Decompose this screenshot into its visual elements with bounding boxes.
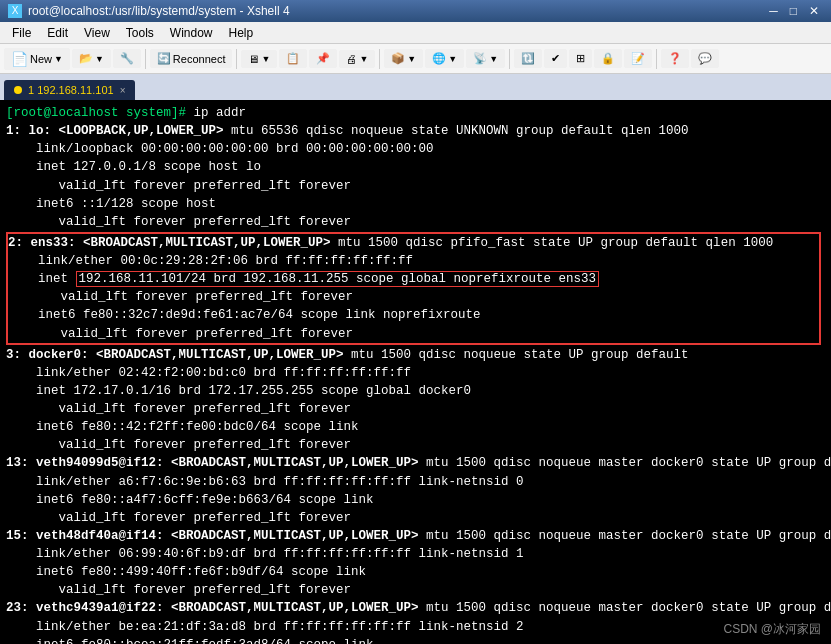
menu-file[interactable]: File <box>4 24 39 42</box>
veth3-line-1: 23: vethc9439a1@if22: <BROADCAST,MULTICA… <box>6 599 825 617</box>
veth2-line-3: inet6 fe80::499:40ff:fe6f:b9df/64 scope … <box>6 563 825 581</box>
print-dropdown-icon[interactable]: ▼ <box>359 54 368 64</box>
watermark: CSDN @冰河家园 <box>723 621 821 638</box>
window-title: root@localhost:/usr/lib/systemd/system -… <box>28 4 290 18</box>
veth3-line-3: inet6 fe80::bcea:21ff:fedf:3ad8/64 scope… <box>6 636 825 644</box>
menu-bar: File Edit View Tools Window Help <box>0 22 831 44</box>
menu-window[interactable]: Window <box>162 24 221 42</box>
lock-button[interactable]: 🔒 <box>594 49 622 68</box>
minimize-button[interactable]: ─ <box>765 4 782 18</box>
toolbar: 📄 New ▼ 📂 ▼ 🔧 🔄 Reconnect 🖥 ▼ 📋 📌 🖨 ▼ 📦 … <box>0 44 831 74</box>
docker0-line-5: inet6 fe80::42:f2ff:fe00:bdc0/64 scope l… <box>6 418 825 436</box>
grid-icon: ⊞ <box>576 52 585 65</box>
veth1-line-1: 13: veth94099d5@if12: <BROADCAST,MULTICA… <box>6 454 825 472</box>
veth2-line-4: valid_lft forever preferred_lft forever <box>6 581 825 599</box>
docker0-line-6: valid_lft forever preferred_lft forever <box>6 436 825 454</box>
ens33-line-1: 2: ens33: <BROADCAST,MULTICAST,UP,LOWER_… <box>8 234 819 252</box>
paste-button[interactable]: 📌 <box>309 49 337 68</box>
separator-4 <box>509 49 510 69</box>
lo-line-3: inet 127.0.0.1/8 scope host lo <box>6 158 825 176</box>
chat-button[interactable]: 💬 <box>691 49 719 68</box>
terminal-button[interactable]: 🖥 ▼ <box>241 50 277 68</box>
close-button[interactable]: ✕ <box>805 4 823 18</box>
tab-bar: 1 192.168.11.101 × <box>0 74 831 100</box>
separator-1 <box>145 49 146 69</box>
tab-close-button[interactable]: × <box>120 85 126 96</box>
title-bar: X root@localhost:/usr/lib/systemd/system… <box>0 0 831 22</box>
ip-highlight: 192.168.11.101/24 brd 192.168.11.255 sco… <box>76 271 600 287</box>
docker0-line-2: link/ether 02:42:f2:00:bd:c0 brd ff:ff:f… <box>6 364 825 382</box>
refresh-icon: 🔃 <box>521 52 535 65</box>
maximize-button[interactable]: □ <box>786 4 801 18</box>
check-icon: ✔ <box>551 52 560 65</box>
network-icon: 📡 <box>473 52 487 65</box>
veth2-line-1: 15: veth48df40a@if14: <BROADCAST,MULTICA… <box>6 527 825 545</box>
new-dropdown-icon[interactable]: ▼ <box>54 54 63 64</box>
copy-button[interactable]: 📋 <box>279 49 307 68</box>
grid-button[interactable]: ⊞ <box>569 49 592 68</box>
print-button[interactable]: 🖨 ▼ <box>339 50 375 68</box>
help-button[interactable]: ❓ <box>661 49 689 68</box>
veth1-line-4: valid_lft forever preferred_lft forever <box>6 509 825 527</box>
veth2-line-2: link/ether 06:99:40:6f:b9:df brd ff:ff:f… <box>6 545 825 563</box>
lo-line-4: valid_lft forever preferred_lft forever <box>6 177 825 195</box>
menu-edit[interactable]: Edit <box>39 24 76 42</box>
lo-line-1: 1: lo: <LOOPBACK,UP,LOWER_UP> mtu 65536 … <box>6 122 825 140</box>
network-dropdown-icon[interactable]: ▼ <box>489 54 498 64</box>
refresh-button[interactable]: 🔃 <box>514 49 542 68</box>
open-dropdown-icon[interactable]: ▼ <box>95 54 104 64</box>
watermark-text: CSDN @冰河家园 <box>723 622 821 636</box>
tab-indicator <box>14 86 22 94</box>
terminal-icon: 🖥 <box>248 53 259 65</box>
new-button[interactable]: 📄 New ▼ <box>4 48 70 70</box>
reconnect-icon: 🔄 <box>157 52 171 65</box>
reconnect-label: Reconnect <box>173 53 226 65</box>
ens33-line-4: valid_lft forever preferred_lft forever <box>8 288 819 306</box>
docker0-line-3: inet 172.17.0.1/16 brd 172.17.255.255 sc… <box>6 382 825 400</box>
menu-tools[interactable]: Tools <box>118 24 162 42</box>
transfer-icon: 📦 <box>391 52 405 65</box>
ens33-line-6: valid_lft forever preferred_lft forever <box>8 325 819 343</box>
terminal[interactable]: [root@localhost system]# ip addr 1: lo: … <box>0 100 831 644</box>
prompt-line: [root@localhost system]# ip addr <box>6 104 825 122</box>
check-button[interactable]: ✔ <box>544 49 567 68</box>
new-label: New <box>30 53 52 65</box>
session-tab[interactable]: 1 192.168.11.101 × <box>4 80 135 100</box>
globe-button[interactable]: 🌐 ▼ <box>425 49 464 68</box>
new-icon: 📄 <box>11 51 28 67</box>
transfer-button[interactable]: 📦 ▼ <box>384 49 423 68</box>
reconnect-button[interactable]: 🔄 Reconnect <box>150 49 233 68</box>
terminal-dropdown-icon[interactable]: ▼ <box>261 54 270 64</box>
globe-icon: 🌐 <box>432 52 446 65</box>
print-icon: 🖨 <box>346 53 357 65</box>
properties-icon: 🔧 <box>120 52 134 65</box>
veth3-line-2: link/ether be:ea:21:df:3a:d8 brd ff:ff:f… <box>6 618 825 636</box>
transfer-dropdown-icon[interactable]: ▼ <box>407 54 416 64</box>
menu-help[interactable]: Help <box>221 24 262 42</box>
separator-3 <box>379 49 380 69</box>
ens33-block: 2: ens33: <BROADCAST,MULTICAST,UP,LOWER_… <box>6 232 821 345</box>
docker0-line-4: valid_lft forever preferred_lft forever <box>6 400 825 418</box>
open-icon: 📂 <box>79 52 93 65</box>
tab-label: 1 192.168.11.101 <box>28 84 114 96</box>
ens33-line-3: inet 192.168.11.101/24 brd 192.168.11.25… <box>8 270 819 288</box>
copy-icon: 📋 <box>286 52 300 65</box>
app-icon: X <box>8 4 22 18</box>
separator-2 <box>236 49 237 69</box>
network-button[interactable]: 📡 ▼ <box>466 49 505 68</box>
menu-view[interactable]: View <box>76 24 118 42</box>
log-icon: 📝 <box>631 52 645 65</box>
lo-line-2: link/loopback 00:00:00:00:00:00 brd 00:0… <box>6 140 825 158</box>
veth1-line-3: inet6 fe80::a4f7:6cff:fe9e:b663/64 scope… <box>6 491 825 509</box>
globe-dropdown-icon[interactable]: ▼ <box>448 54 457 64</box>
lo-line-5: inet6 ::1/128 scope host <box>6 195 825 213</box>
window-controls: ─ □ ✕ <box>765 4 823 18</box>
separator-5 <box>656 49 657 69</box>
log-button[interactable]: 📝 <box>624 49 652 68</box>
lo-line-6: valid_lft forever preferred_lft forever <box>6 213 825 231</box>
ens33-line-2: link/ether 00:0c:29:28:2f:06 brd ff:ff:f… <box>8 252 819 270</box>
paste-icon: 📌 <box>316 52 330 65</box>
properties-button[interactable]: 🔧 <box>113 49 141 68</box>
open-button[interactable]: 📂 ▼ <box>72 49 111 68</box>
ens33-line-5: inet6 fe80::32c7:de9d:fe61:ac7e/64 scope… <box>8 306 819 324</box>
